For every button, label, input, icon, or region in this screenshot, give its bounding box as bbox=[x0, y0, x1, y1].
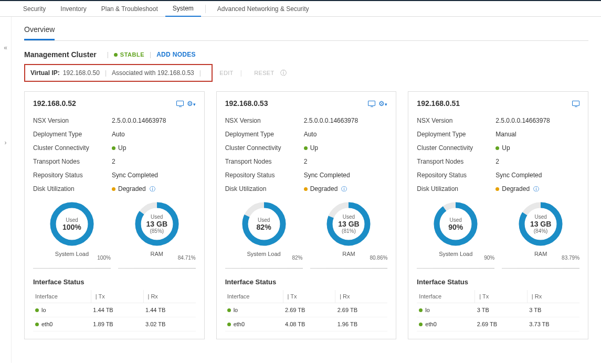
status-dot-degraded bbox=[495, 187, 499, 191]
status-dot-stable bbox=[114, 53, 118, 57]
tab-inventory[interactable]: Inventory bbox=[53, 1, 93, 17]
value-cluster-connectivity: Up bbox=[304, 144, 318, 152]
col-interface: Interface bbox=[417, 290, 475, 303]
node-ip: 192.168.0.53 bbox=[225, 99, 268, 108]
subtab-overview[interactable]: Overview bbox=[24, 20, 55, 40]
value-transport-nodes: 2 bbox=[304, 158, 308, 165]
col-rx: | Rx bbox=[335, 290, 388, 303]
label-nsx-version: NSX Version bbox=[225, 117, 304, 124]
interface-table: Interface| Tx| Rx lo3 TB3 TBeth02.69 TB3… bbox=[417, 290, 579, 331]
stable-label: STABLE bbox=[120, 51, 144, 58]
label-repository-status: Repository Status bbox=[33, 172, 112, 179]
col-interface: Interface bbox=[33, 290, 91, 303]
gear-icon[interactable]: ⚙▾ bbox=[187, 100, 196, 108]
status-dot-up bbox=[419, 308, 423, 312]
status-dot-up bbox=[35, 323, 39, 326]
ram-sparkline: 83.79% bbox=[502, 258, 579, 271]
label-deployment-type: Deployment Type bbox=[33, 131, 112, 138]
sub-tabs: Overview bbox=[24, 20, 588, 41]
value-disk-utilization: Degraded ⓘ bbox=[304, 185, 347, 193]
node-card: 192.168.0.53 ⚙▾ NSX Version2.5.0.0.0.146… bbox=[216, 91, 397, 339]
tab-advanced[interactable]: Advanced Networking & Security bbox=[210, 1, 317, 17]
info-icon[interactable]: ⓘ bbox=[148, 186, 155, 192]
ram-gauge: Used13 GB(81%) RAM bbox=[310, 200, 388, 257]
label-cluster-connectivity: Cluster Connectivity bbox=[417, 144, 495, 152]
system-load-gauge: Used82% System Load bbox=[225, 200, 303, 257]
label-transport-nodes: Transport Nodes bbox=[33, 158, 112, 165]
label-transport-nodes: Transport Nodes bbox=[417, 158, 495, 165]
interface-row: eth01.89 TB3.02 TB bbox=[33, 317, 196, 331]
gear-icon[interactable]: ⚙▾ bbox=[378, 100, 387, 108]
monitor-icon[interactable] bbox=[572, 101, 579, 106]
status-dot-up bbox=[227, 323, 231, 326]
label-repository-status: Repository Status bbox=[417, 172, 495, 179]
virtual-ip-box: Virtual IP: 192.168.0.50 | Associated wi… bbox=[24, 64, 213, 82]
interface-table: Interface| Tx| Rx lo2.69 TB2.69 TBeth04.… bbox=[225, 290, 388, 331]
monitor-icon[interactable] bbox=[368, 101, 375, 106]
ram-sparkline: 84.71% bbox=[118, 258, 196, 271]
node-ip: 192.168.0.52 bbox=[33, 99, 76, 108]
col-tx: | Tx bbox=[475, 290, 528, 303]
label-deployment-type: Deployment Type bbox=[225, 131, 304, 138]
tab-divider bbox=[205, 5, 206, 13]
interface-row: lo2.69 TB2.69 TB bbox=[225, 303, 388, 317]
system-load-gauge: Used100% System Load bbox=[33, 200, 111, 257]
vip-edit-link[interactable]: EDIT bbox=[219, 70, 233, 76]
status-dot-degraded bbox=[304, 187, 308, 191]
system-load-sparkline: 100% bbox=[33, 258, 111, 271]
value-deployment-type: Manual bbox=[495, 131, 516, 138]
node-card: 192.168.0.52 ⚙▾ NSX Version2.5.0.0.0.146… bbox=[24, 91, 205, 339]
collapse-left-icon[interactable]: « bbox=[2, 44, 10, 52]
label-disk-utilization: Disk Utilization bbox=[417, 185, 495, 193]
vip-reset-link[interactable]: RESET bbox=[254, 70, 274, 76]
value-disk-utilization: Degraded ⓘ bbox=[112, 185, 155, 193]
value-disk-utilization: Degraded ⓘ bbox=[495, 185, 539, 193]
value-deployment-type: Auto bbox=[304, 131, 317, 138]
label-repository-status: Repository Status bbox=[225, 172, 304, 179]
ram-gauge: Used13 GB(84%) RAM bbox=[502, 200, 579, 257]
col-interface: Interface bbox=[225, 290, 283, 303]
col-rx: | Rx bbox=[527, 290, 579, 303]
node-card: 192.168.0.51 NSX Version2.5.0.0.0.146639… bbox=[408, 91, 588, 339]
interface-status-title: Interface Status bbox=[33, 278, 196, 286]
info-icon[interactable]: ⓘ bbox=[280, 69, 287, 77]
label-disk-utilization: Disk Utilization bbox=[225, 185, 304, 193]
add-nodes-link[interactable]: ADD NODES bbox=[156, 51, 196, 58]
value-repository-status: Sync Completed bbox=[495, 172, 542, 179]
label-nsx-version: NSX Version bbox=[417, 117, 495, 124]
status-dot-up bbox=[35, 308, 39, 312]
value-cluster-connectivity: Up bbox=[112, 144, 126, 152]
status-dot-up bbox=[495, 146, 499, 150]
vip-label: Virtual IP: bbox=[30, 69, 60, 77]
label-cluster-connectivity: Cluster Connectivity bbox=[225, 144, 304, 152]
info-icon[interactable]: ⓘ bbox=[340, 186, 347, 192]
label-transport-nodes: Transport Nodes bbox=[225, 158, 304, 165]
info-icon[interactable]: ⓘ bbox=[532, 186, 539, 192]
vip-associated: Associated with 192.168.0.53 bbox=[112, 69, 194, 77]
value-repository-status: Sync Completed bbox=[304, 172, 350, 179]
col-rx: | Rx bbox=[143, 290, 196, 303]
monitor-icon[interactable] bbox=[176, 101, 184, 106]
status-dot-up bbox=[227, 308, 231, 312]
interface-row: lo1.44 TB1.44 TB bbox=[33, 303, 196, 317]
ram-gauge: Used13 GB(85%) RAM bbox=[118, 200, 196, 257]
node-cards: 192.168.0.52 ⚙▾ NSX Version2.5.0.0.0.146… bbox=[24, 91, 588, 339]
tab-security[interactable]: Security bbox=[16, 1, 53, 17]
tab-plan[interactable]: Plan & Troubleshoot bbox=[94, 1, 165, 17]
interface-status-title: Interface Status bbox=[225, 278, 388, 286]
cluster-header: Management Cluster | STABLE | ADD NODES bbox=[24, 41, 588, 64]
interface-row: eth04.08 TB1.96 TB bbox=[225, 317, 388, 331]
system-load-sparkline: 82% bbox=[225, 258, 303, 271]
tab-system[interactable]: System bbox=[165, 1, 201, 17]
interface-row: eth02.69 TB3.73 TB bbox=[417, 317, 579, 331]
main-tabs: Security Inventory Plan & Troubleshoot S… bbox=[0, 1, 601, 17]
value-nsx-version: 2.5.0.0.0.14663978 bbox=[112, 117, 166, 124]
value-cluster-connectivity: Up bbox=[495, 144, 510, 152]
interface-row: lo3 TB3 TB bbox=[417, 303, 579, 317]
status-dot-up bbox=[112, 146, 115, 150]
expand-right-icon[interactable]: › bbox=[2, 138, 10, 147]
value-transport-nodes: 2 bbox=[495, 158, 499, 165]
ram-sparkline: 80.86% bbox=[310, 258, 388, 271]
value-nsx-version: 2.5.0.0.0.14663978 bbox=[304, 117, 358, 124]
value-deployment-type: Auto bbox=[112, 131, 125, 138]
